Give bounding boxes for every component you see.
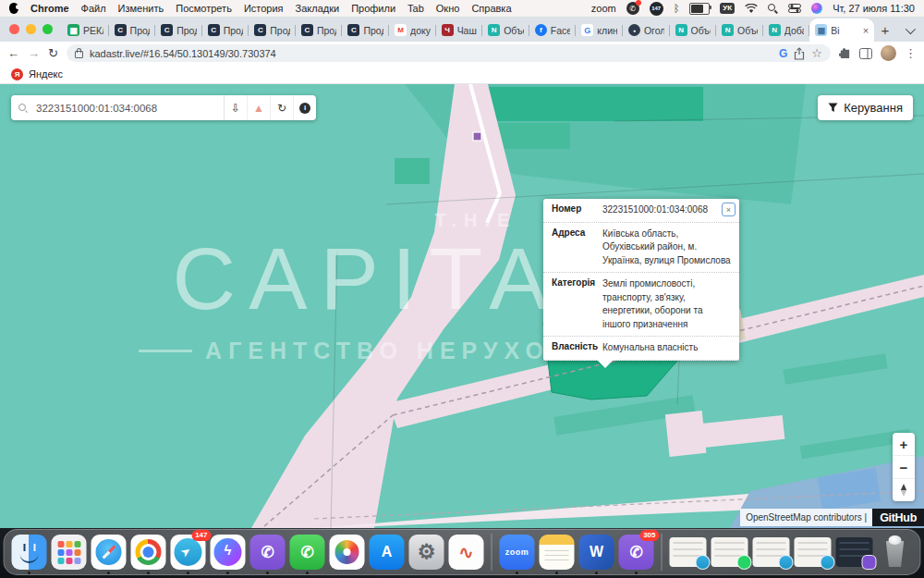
manage-layers-button[interactable]: Керування	[818, 95, 913, 120]
call-status-icon[interactable]: ✆	[626, 2, 639, 15]
tab-favicon	[208, 24, 220, 36]
reload-button[interactable]: ↻	[48, 47, 58, 59]
menu-item[interactable]: Посмотреть	[176, 3, 232, 14]
menu-item[interactable]: Файл	[81, 3, 106, 14]
window-whatsapp[interactable]	[711, 537, 748, 567]
fullscreen-window-button[interactable]	[43, 24, 53, 34]
bookmark-star-icon[interactable]: ☆	[811, 47, 822, 59]
tab-close-icon[interactable]: ×	[863, 25, 869, 36]
launchpad[interactable]	[52, 535, 87, 570]
browser-tab[interactable]: доку	[389, 18, 436, 42]
back-button[interactable]: ←	[7, 47, 19, 59]
browser-tab[interactable]: Объе	[482, 18, 529, 42]
zoom-out-button[interactable]: −	[893, 456, 915, 479]
warning-button[interactable]: ▲	[248, 95, 271, 120]
tab-title: Доба	[784, 25, 805, 36]
menu-item[interactable]: Закладки	[296, 3, 340, 14]
new-tab-button[interactable]: +	[874, 18, 896, 41]
keyboard-layout-indicator[interactable]: УК	[720, 3, 735, 14]
compass-button[interactable]	[893, 479, 915, 501]
browser-tab[interactable]: Объе	[716, 18, 763, 42]
app-store[interactable]: A	[370, 535, 405, 570]
browser-tab[interactable]: Прод	[109, 18, 156, 42]
siri-icon[interactable]	[811, 3, 822, 14]
minimize-window-button[interactable]	[26, 24, 36, 34]
sidebar-icon[interactable]	[859, 48, 872, 59]
zoom-in-button[interactable]: +	[893, 433, 915, 456]
trash[interactable]	[878, 535, 913, 570]
lock-icon[interactable]	[75, 51, 83, 58]
window-telegram[interactable]	[670, 537, 707, 567]
browser-tab[interactable]: РЕКЛ	[62, 18, 109, 42]
browser-tab[interactable]: Объе	[670, 18, 717, 42]
notes[interactable]	[540, 535, 575, 570]
badge-count-icon[interactable]: 147	[650, 2, 663, 16]
close-window-button[interactable]	[9, 24, 19, 34]
browser-tab[interactable]: клин	[576, 18, 623, 42]
browser-menu-icon[interactable]: ⋮	[905, 47, 917, 59]
search-icon	[18, 104, 28, 113]
profile-avatar[interactable]	[881, 45, 896, 61]
browser-tab[interactable]: Прод	[296, 18, 343, 42]
spotlight-search-icon[interactable]	[768, 4, 778, 14]
telegram[interactable]: 147	[171, 535, 206, 570]
window-telegram-3[interactable]	[795, 537, 832, 567]
tab-favicon	[347, 24, 359, 36]
browser-tab[interactable]: Ві ×	[809, 18, 874, 42]
info-button[interactable]: i	[294, 95, 316, 120]
browser-tab[interactable]: Прод	[202, 18, 249, 42]
share-icon[interactable]	[794, 47, 805, 60]
parcel-search-input[interactable]	[34, 102, 224, 115]
address-bar[interactable]: kadastr.live/#16.54/50.130149/30.730374 …	[67, 44, 831, 62]
cadastral-map[interactable]: T.H.E CAPITAL АГЕНТСТВО НЕРУХОМОСТІ ⇩ ▲ …	[0, 84, 924, 528]
photos[interactable]	[330, 535, 365, 570]
word[interactable]: W	[579, 535, 614, 570]
menu-item[interactable]: Справка	[471, 3, 511, 14]
tab-search-chevron[interactable]	[900, 19, 918, 42]
messenger[interactable]	[211, 535, 246, 570]
menu-item[interactable]: Окно	[436, 3, 460, 14]
menu-item[interactable]: Изменить	[118, 3, 164, 14]
popup-close-button[interactable]: ×	[722, 203, 736, 216]
browser-tab[interactable]: Огол	[623, 18, 670, 42]
control-center-icon[interactable]	[788, 4, 801, 13]
zoom-menu-item[interactable]: zoom	[591, 3, 616, 14]
settings[interactable]: ⚙	[409, 535, 444, 570]
whatsapp[interactable]: ✆	[290, 535, 325, 570]
browser-tab[interactable]: Face	[529, 18, 577, 42]
window-dark[interactable]	[836, 537, 873, 567]
finder[interactable]	[12, 535, 47, 570]
freeform[interactable]: ∿	[449, 535, 484, 570]
zoom-app[interactable]: zoom	[500, 535, 535, 570]
osm-attribution-link[interactable]: OpenStreetMap contributors |	[740, 509, 872, 526]
extensions-puzzle-icon[interactable]	[839, 47, 851, 59]
page-url[interactable]: kadastr.live/#16.54/50.130149/30.730374	[90, 48, 772, 59]
menubar-clock[interactable]: Чт, 27 июля 11:30	[833, 3, 915, 14]
wifi-icon[interactable]	[745, 4, 758, 14]
browser-tab[interactable]: Прод	[249, 18, 296, 42]
forward-button[interactable]: →	[28, 47, 40, 59]
browser-tab[interactable]: Прод	[342, 18, 389, 42]
bluetooth-icon[interactable]: ᛒ	[674, 3, 680, 14]
running-indicator-dot	[516, 572, 518, 574]
safari[interactable]	[91, 535, 127, 570]
battery-icon[interactable]	[689, 3, 710, 15]
chrome[interactable]	[131, 535, 166, 570]
download-button[interactable]: ⇩	[225, 95, 248, 120]
menu-item[interactable]: Профили	[351, 3, 395, 14]
google-icon[interactable]: G	[779, 47, 787, 60]
active-app-name[interactable]: Chrome	[30, 3, 69, 14]
window-telegram-2[interactable]	[753, 537, 790, 567]
viber-2[interactable]: ✆ 305	[619, 535, 654, 570]
menu-item[interactable]: История	[244, 3, 284, 14]
viber[interactable]: ✆	[250, 535, 286, 570]
bookmark-item[interactable]: Я Яндекс	[11, 68, 63, 80]
browser-tab[interactable]: Доба	[763, 18, 810, 42]
browser-tab[interactable]: Чаш	[436, 18, 483, 42]
refresh-button[interactable]: ↻	[271, 95, 294, 120]
popup-field-label: Категорія	[552, 277, 602, 331]
browser-tab[interactable]: Прод	[155, 18, 202, 42]
apple-menu-icon[interactable]	[9, 3, 18, 14]
menu-item[interactable]: Tab	[407, 3, 424, 14]
github-link[interactable]: GitHub	[872, 509, 924, 526]
